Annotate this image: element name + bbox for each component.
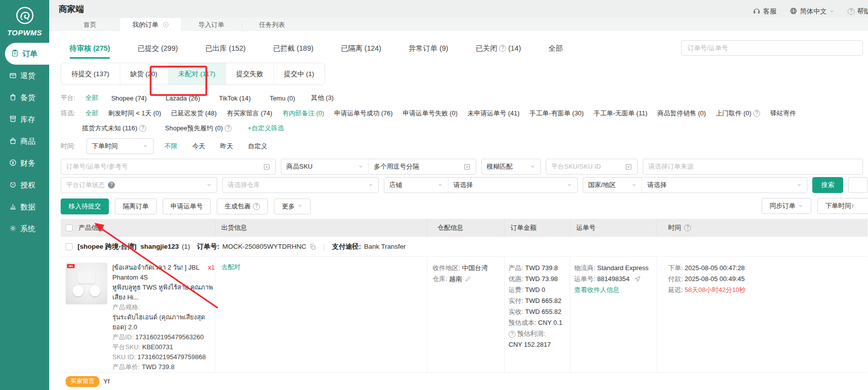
subtab-to-submit[interactable]: 待提交 (137) — [61, 63, 120, 85]
generate-package-button[interactable]: 生成包裹 ? — [217, 198, 268, 214]
screen-filter-manual-no-label[interactable]: 手工单-无面单 (11) — [594, 109, 647, 118]
customer-service-link[interactable]: 客服 — [753, 7, 777, 16]
custom-filter-link[interactable]: +自定义筛选 — [248, 124, 284, 133]
screen-filter-station-delivery[interactable]: 驿站寄件 — [770, 109, 796, 118]
screen-filter-waybill-not-applied[interactable]: 未申请运单号 (41) — [467, 109, 520, 118]
subtab-submit-failed[interactable]: 提交失败 — [226, 63, 273, 85]
screen-filter-buyer-message[interactable]: 有买家留言 (74) — [227, 109, 272, 118]
globe-icon — [789, 7, 797, 16]
product-thumbnail[interactable]: JBL — [66, 263, 107, 304]
reset-button-partial[interactable] — [848, 177, 868, 193]
match-mode-select[interactable]: 模糊匹配 — [481, 159, 541, 175]
screen-filter-internal-note[interactable]: 有内部备注 (0) — [282, 109, 325, 118]
sync-orders-button[interactable]: 同步订单 — [762, 198, 811, 214]
headset-icon — [753, 7, 761, 16]
move-to-submit-button[interactable]: 移入待提交 — [61, 198, 109, 214]
batch-input-icon[interactable] — [625, 163, 632, 171]
status-tab-all[interactable]: 全部 — [548, 44, 563, 53]
question-circle-icon: ? — [225, 125, 232, 132]
status-tab-pending-review[interactable]: 待审核 (275) — [70, 44, 110, 53]
warehouse-select[interactable]: 请选择仓库 — [222, 177, 379, 193]
batch-input-icon[interactable] — [463, 163, 471, 171]
go-match-link[interactable]: 去配对 — [221, 263, 241, 271]
order-no-label: 订单号: — [197, 242, 219, 251]
subtab-unmatched[interactable]: 未配对 (117) — [168, 63, 226, 85]
country-type-select[interactable]: 国家/地区 — [583, 178, 642, 193]
platform-sku-input[interactable]: 平台SKU/SKU ID — [546, 159, 638, 175]
screen-filter-delayed[interactable]: 已延迟发货 (48) — [171, 109, 217, 118]
screen-filter-door-pickup[interactable]: 上门取件 (0)? — [716, 109, 761, 118]
sidebar-item-authorization[interactable]: 授权 — [0, 174, 49, 196]
shop-value-select[interactable]: 请选择 — [448, 178, 577, 193]
order-source-select[interactable]: 请选择订单来源 — [643, 159, 863, 175]
status-tab-closed[interactable]: 已关闭 ? (14) — [476, 44, 521, 53]
order-no: MOCK-250805WYTDRHNC — [222, 243, 306, 250]
screen-filter-manual-with-label[interactable]: 手工单-有面单 (30) — [529, 109, 584, 118]
screen-filter-waybill-failed[interactable]: 申请运单号失败 (0) — [403, 109, 458, 118]
batch-input-icon[interactable] — [263, 163, 270, 171]
order-no-input[interactable]: 订单号/运单号/参考号 — [61, 159, 276, 175]
order-tracking-search-input[interactable] — [681, 40, 863, 56]
close-tab-icon[interactable] — [163, 21, 169, 28]
send-plane-icon[interactable] — [634, 276, 641, 282]
screen-filter-shopee-prefulfill[interactable]: Shopee预先履约 (0)? — [165, 124, 232, 133]
tab-import-orders[interactable]: 导入订单 — [181, 18, 242, 31]
tab-my-orders[interactable]: 我的订单 — [120, 18, 181, 31]
isolate-order-button[interactable]: 隔离订单 — [115, 198, 157, 214]
tab-home[interactable]: 首页 — [60, 18, 120, 31]
shop-type-select[interactable]: 店铺 — [384, 178, 448, 193]
sidebar-item-finance[interactable]: 财务 — [0, 152, 49, 174]
status-tab-shipped-out[interactable]: 已出库 (152) — [205, 44, 246, 53]
time-option-custom[interactable]: 自定义 — [248, 142, 267, 151]
screen-filter-paused-sale[interactable]: 商品暂停销售 (0) — [657, 109, 706, 118]
subtab-out-of-stock[interactable]: 缺货 (20) — [120, 63, 168, 85]
sidebar-item-products[interactable]: 商品 — [0, 130, 49, 152]
tab-task-list[interactable]: 任务列表 — [242, 18, 302, 31]
time-type-select[interactable]: 下单时间 — [87, 138, 154, 154]
platform-filter-shopee[interactable]: Shopee (74) — [111, 95, 147, 102]
status-tab-abnormal[interactable]: 异常订单 (9) — [409, 44, 448, 53]
select-all-checkbox[interactable] — [66, 224, 73, 231]
sidebar-item-inventory[interactable]: 库存 — [0, 108, 49, 130]
apply-waybill-button[interactable]: 申请运单号 — [163, 198, 211, 214]
screen-filter-waybill-success[interactable]: 申请运单号成功 (76) — [334, 109, 393, 118]
status-tab-intercepted[interactable]: 已拦截 (189) — [273, 44, 313, 53]
time-option-yesterday[interactable]: 昨天 — [220, 142, 233, 151]
screen-filter-remaining-time[interactable]: 剩发时间 < 1天 (0) — [108, 109, 162, 118]
platform-filter-lazada[interactable]: Lazada (26) — [166, 95, 200, 102]
sidebar-item-data[interactable]: 数据 — [0, 196, 49, 218]
screen-filter-all[interactable]: 全部 — [86, 109, 98, 118]
more-button[interactable]: 更多 — [274, 198, 311, 214]
sort-by-order-time-button[interactable]: 下单时间↑ — [817, 198, 868, 214]
platform-filter-other[interactable]: 其他 (3) — [311, 94, 334, 102]
sidebar-item-stocking[interactable]: 备货 — [0, 87, 49, 108]
screen-filter-pickup-unknown[interactable]: 揽货方式未知 (116)? — [82, 124, 146, 133]
platform-order-status-select[interactable]: 平台订单状态 ? — [61, 177, 217, 193]
view-recipient-link[interactable]: 查看收件人信息 — [574, 285, 619, 295]
time-option-today[interactable]: 今天 — [192, 142, 205, 151]
country-value-select[interactable]: 请选择 — [642, 178, 807, 193]
search-row-2: 平台订单状态 ? 请选择仓库 店铺 请选择 — [61, 177, 868, 193]
subtab-submitting[interactable]: 提交中 (1) — [273, 63, 325, 85]
payment-time: 2025-08-05 00:49:45 — [685, 275, 745, 283]
profit-value: CNY 152.2817 — [509, 341, 551, 348]
search-button[interactable]: 搜索 — [812, 177, 843, 193]
edit-pencil-icon[interactable] — [465, 276, 471, 282]
order-checkbox[interactable] — [66, 243, 73, 250]
status-tab-submitted[interactable]: 已提交 (299) — [137, 44, 177, 53]
help-link[interactable]: ? 帮助 — [848, 7, 868, 16]
platform-filter-temu[interactable]: Temu (0) — [269, 95, 295, 102]
platform-filter-tiktok[interactable]: TikTok (14) — [219, 95, 251, 102]
sidebar-item-orders[interactable]: 订单 — [5, 43, 49, 65]
language-switcher[interactable]: 简体中文 — [789, 7, 835, 16]
platform-filter-all[interactable]: 全部 — [86, 94, 98, 102]
copy-icon[interactable] — [309, 243, 316, 250]
product-title[interactable]: [ข้อเสนอจำกัดเวลา 2 วัน! ] JBL Phantom 4… — [112, 263, 203, 283]
sku-type-select[interactable]: 商品SKU — [281, 159, 368, 174]
sku-value-input[interactable]: 多个用逗号分隔 — [368, 159, 476, 174]
payment-method: Bank Transfer — [364, 243, 406, 250]
status-tab-isolated[interactable]: 已隔离 (124) — [341, 44, 381, 53]
sidebar-item-system[interactable]: 系统 — [0, 218, 49, 240]
sidebar-item-returns[interactable]: 退货 — [0, 65, 49, 87]
time-option-unlimited[interactable]: 不限 — [165, 142, 177, 151]
